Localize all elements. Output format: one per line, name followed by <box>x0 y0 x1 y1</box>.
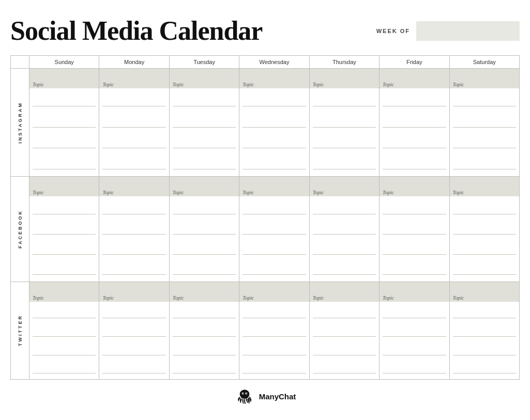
line <box>102 307 165 318</box>
line <box>243 307 306 318</box>
corner-space <box>11 56 29 69</box>
facebook-tuesday: Topic <box>170 177 239 282</box>
line <box>243 263 306 275</box>
facebook-saturday: Topic <box>450 177 520 282</box>
twitter-monday-lines <box>99 302 169 379</box>
line <box>102 223 165 235</box>
line <box>173 307 236 318</box>
day-header-sunday: Sunday <box>29 56 99 69</box>
line <box>173 223 236 235</box>
line <box>383 95 446 106</box>
instagram-wednesday: Topic <box>239 69 309 177</box>
line <box>33 243 96 255</box>
svg-point-0 <box>239 390 249 398</box>
twitter-friday-topic: Topic <box>380 282 449 302</box>
line <box>383 137 446 148</box>
line <box>243 116 306 128</box>
facebook-thursday: Topic <box>310 177 380 282</box>
instagram-friday-topic: Topic <box>380 69 449 88</box>
instagram-sunday-lines <box>29 88 99 176</box>
line <box>383 203 446 214</box>
line <box>243 325 306 337</box>
topic-label: Topic <box>453 190 464 195</box>
twitter-saturday-topic: Topic <box>450 282 519 302</box>
line <box>33 307 96 318</box>
facebook-tuesday-topic: Topic <box>170 177 239 196</box>
topic-label: Topic <box>243 190 254 195</box>
topic-label: Topic <box>453 82 464 87</box>
line <box>243 203 306 214</box>
facebook-days: Topic Topic <box>29 177 520 282</box>
platform-label-twitter: TWITTER <box>11 282 29 380</box>
platform-section-twitter: TWITTER Topic Topic <box>11 282 520 380</box>
week-of-section: WEEK OF <box>376 21 520 41</box>
topic-label: Topic <box>173 295 184 301</box>
day-header-saturday: Saturday <box>450 56 520 69</box>
platform-label-instagram: INSTAGRAM <box>11 69 29 177</box>
instagram-days: Topic Topic <box>29 69 520 177</box>
instagram-wednesday-topic: Topic <box>239 69 309 88</box>
twitter-monday: Topic <box>99 282 169 380</box>
line <box>453 116 516 128</box>
svg-point-3 <box>243 393 244 394</box>
line <box>33 203 96 214</box>
instagram-wednesday-lines <box>239 88 309 176</box>
instagram-sunday: Topic <box>29 69 99 177</box>
line <box>243 95 306 106</box>
line <box>102 243 165 255</box>
facebook-sunday-topic: Topic <box>29 177 99 196</box>
line <box>383 223 446 235</box>
line <box>383 307 446 318</box>
line <box>313 243 376 255</box>
platform-section-instagram: INSTAGRAM Topic Topic <box>11 69 520 177</box>
facebook-friday: Topic <box>380 177 449 282</box>
line <box>243 243 306 255</box>
line <box>453 243 516 255</box>
topic-label: Topic <box>243 295 254 301</box>
week-of-input[interactable] <box>416 21 520 41</box>
twitter-friday-lines <box>380 302 449 379</box>
line <box>102 203 165 214</box>
line <box>453 263 516 275</box>
platform-name-facebook: FACEBOOK <box>18 210 23 248</box>
calendar: Sunday Monday Tuesday Wednesday Thursday… <box>10 55 520 380</box>
day-header-tuesday: Tuesday <box>170 56 239 69</box>
twitter-saturday-lines <box>450 302 519 379</box>
line <box>453 203 516 214</box>
topic-label: Topic <box>102 82 114 87</box>
page-title: Social Media Calendar <box>10 15 376 46</box>
instagram-monday-lines <box>99 88 169 176</box>
footer: ManyChat <box>10 380 520 410</box>
facebook-saturday-topic: Topic <box>450 177 519 196</box>
instagram-saturday-lines <box>450 88 519 176</box>
instagram-friday: Topic <box>380 69 449 177</box>
twitter-sunday-lines <box>29 302 99 379</box>
topic-label: Topic <box>313 190 324 195</box>
line <box>173 344 236 355</box>
twitter-tuesday-lines <box>170 302 239 379</box>
page: Social Media Calendar WEEK OF Sunday Mon… <box>0 0 530 420</box>
day-headers-row: Sunday Monday Tuesday Wednesday Thursday… <box>11 56 520 69</box>
line <box>243 137 306 148</box>
twitter-wednesday: Topic <box>239 282 309 380</box>
twitter-wednesday-lines <box>239 302 309 379</box>
line <box>243 223 306 235</box>
line <box>383 263 446 275</box>
instagram-thursday: Topic <box>310 69 380 177</box>
line <box>453 158 516 169</box>
line <box>313 362 376 374</box>
line <box>313 95 376 106</box>
line <box>383 158 446 169</box>
line <box>33 137 96 148</box>
topic-label: Topic <box>383 190 394 195</box>
line <box>243 344 306 355</box>
line <box>102 263 165 275</box>
brand-name: ManyChat <box>259 392 296 401</box>
facebook-sunday-lines <box>29 196 99 281</box>
line <box>313 263 376 275</box>
day-header-wednesday: Wednesday <box>239 56 309 69</box>
twitter-sunday-topic: Topic <box>29 282 99 302</box>
twitter-friday: Topic <box>380 282 449 380</box>
line <box>453 137 516 148</box>
topic-label: Topic <box>102 295 114 301</box>
